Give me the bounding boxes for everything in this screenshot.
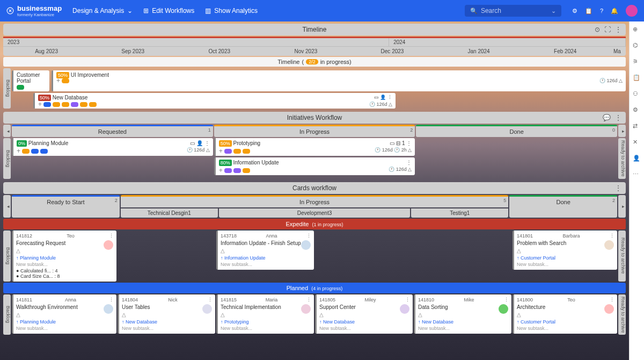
search-dropdown-icon[interactable]: ⌄ (551, 8, 556, 15)
subcolumn-testing[interactable]: Testing1 (411, 208, 508, 218)
card-data-sorting[interactable]: 141810Mike⋮ Data Sorting △ ↑ New Databas… (414, 294, 511, 334)
collapse-handle[interactable]: ▸ (618, 125, 626, 137)
comment-icon[interactable]: 💬 (603, 114, 611, 121)
brand-subtitle: formerly Kanbanize (17, 12, 62, 17)
column-in-progress[interactable]: In Progress5 (121, 195, 509, 207)
backlog-handle[interactable]: Backlog (3, 294, 11, 335)
subcolumn-technical-design[interactable]: Technical Desgin1 (121, 208, 218, 218)
table-icon: ⊞ (143, 7, 149, 15)
tools-icon[interactable]: ✕ (633, 139, 641, 147)
org-icon[interactable]: ⚇ (633, 90, 641, 99)
more-icon[interactable]: ⋮ (109, 233, 114, 239)
logo-icon (6, 7, 14, 15)
month-label: Feb 2024 (522, 47, 609, 56)
user-icon[interactable]: 👤 (633, 155, 641, 163)
gear-icon[interactable]: ⚙ (572, 8, 577, 15)
timeline-card-ui-improvement[interactable]: 50% UI Improvement + 🕐 126d △ (52, 70, 626, 91)
search-icon: 🔍 (470, 8, 478, 15)
column-ready[interactable]: Ready to Start2 (12, 195, 120, 218)
card-user-tables[interactable]: 141804Nick⋮ User Tables △ ↑ New Database… (118, 294, 215, 334)
column-requested[interactable]: Requested1 (12, 125, 213, 137)
add-icon[interactable]: + (38, 102, 42, 107)
clipboard-icon[interactable]: 📋 (633, 74, 641, 83)
initiatives-header: Initiatives Workflow 💬⋮ (3, 112, 626, 124)
clipboard-icon[interactable]: 📋 (585, 8, 592, 15)
initiative-card-info-update[interactable]: 80% Information Update⋮ + 🕐 126d △ (214, 157, 415, 175)
chart-icon: ▥ (205, 7, 211, 15)
avatar-icon (604, 240, 614, 250)
add-icon[interactable]: ⊕ (633, 26, 641, 34)
archive-handle[interactable]: Ready to archive (618, 138, 626, 179)
month-label: Dec 2023 (349, 47, 435, 56)
search-input[interactable] (481, 7, 548, 15)
timeline-ruler: 2023 2024 Aug 2023 Sep 2023 Oct 2023 Nov… (3, 37, 626, 56)
month-label: Jan 2024 (436, 47, 522, 56)
search-box[interactable]: 🔍 ⌄ (465, 5, 561, 17)
logo[interactable]: businessmap formerly Kanbanize (6, 4, 62, 17)
initiative-card-planning[interactable]: 0% Planning Module ▭ 👤 ⋮ + 🕐 126d △ (12, 138, 213, 156)
record-icon[interactable]: ⊙ (595, 26, 600, 33)
collapse-handle[interactable]: ▸ (618, 195, 626, 218)
swimlane-planned[interactable]: Planned (4 in progress) (3, 283, 626, 293)
timeline-card-new-database[interactable]: 50% New Database ▭ 👤 ⋮ + 🕐 126d △ (33, 93, 396, 109)
more-icon[interactable]: ⋮ (615, 184, 621, 192)
swap-icon[interactable]: ⇄ (633, 123, 641, 131)
year-label: 2023 (3, 38, 389, 46)
dots-icon[interactable]: ⋯ (633, 171, 641, 179)
month-label: Nov 2023 (262, 47, 349, 56)
timeline-header: Timeline ⊙ ⛶ ⋮ (3, 24, 626, 35)
menu-design-analysis[interactable]: Design & Analysis ⌄ (72, 7, 133, 15)
backlog-handle[interactable]: Backlog (3, 231, 11, 282)
card-forecasting[interactable]: 141812Teo⋮ Forecasting Request △ ↑ Plann… (12, 231, 116, 282)
avatar-icon (104, 240, 113, 250)
timeline-subheader: Timeline (2/2 in progress) (3, 57, 626, 67)
subcolumn-development[interactable]: Development3 (219, 208, 410, 218)
initiative-card-prototyping[interactable]: 50% Prototyping▭ ⊟ 1 ⋮ + 🕐 126d 🕐 2h △ (214, 138, 415, 156)
bell-icon[interactable]: 🔔 (611, 8, 618, 15)
month-label: Oct 2023 (176, 47, 262, 56)
tree-icon[interactable]: ⚞ (633, 58, 641, 67)
backlog-handle[interactable]: Backlog (3, 68, 11, 109)
show-analytics-button[interactable]: ▥ Show Analytics (205, 7, 258, 15)
card-info-update-setup[interactable]: 143718Anna⋮ Information Update - Finish … (216, 231, 314, 270)
month-label: Aug 2023 (3, 47, 90, 56)
collapse-handle[interactable]: ◂ (3, 195, 11, 218)
hierarchy-icon[interactable]: ⌬ (633, 42, 641, 51)
card-architecture[interactable]: 141800Teo⋮ Architecture △ ↑ Customer Por… (513, 294, 617, 334)
add-icon[interactable]: + (56, 78, 60, 83)
month-label: Ma (609, 47, 626, 56)
cards-workflow-header: Cards workflow ⋮ (3, 182, 626, 194)
edit-workflows-button[interactable]: ⊞ Edit Workflows (143, 7, 194, 15)
year-label: 2024 (389, 38, 626, 46)
column-in-progress[interactable]: In Progress2 (214, 125, 415, 137)
column-done[interactable]: Done0 (416, 125, 617, 137)
month-label: Sep 2023 (90, 47, 176, 56)
expand-icon[interactable]: ⛶ (604, 26, 611, 33)
avatar[interactable] (626, 5, 638, 17)
card-walkthrough[interactable]: 141811Anna⋮ Walkthrough Environment △ ↑ … (12, 294, 116, 334)
swimlane-expedite[interactable]: Expedite (1 in progress) (3, 219, 626, 229)
help-icon[interactable]: ? (600, 8, 603, 14)
card-problem-search[interactable]: 141801Barbara⋮ Problem with Search △ ↑ C… (513, 231, 617, 270)
chevron-down-icon: ⌄ (127, 7, 133, 15)
archive-handle[interactable]: Ready to archive (618, 231, 626, 282)
timeline-card-customer-portal[interactable]: Customer Portal (12, 70, 49, 91)
card-technical-impl[interactable]: 141815Maria⋮ Technical Implementation △ … (216, 294, 314, 334)
gear-icon[interactable]: ⚙ (633, 106, 641, 115)
progress-badge: 2/2 (306, 59, 318, 64)
brand-name: businessmap (17, 4, 62, 12)
collapse-handle[interactable]: ◂ (3, 125, 11, 137)
more-icon[interactable]: ⋮ (615, 114, 621, 121)
right-sidebar: ⊕ ⌬ ⚞ 📋 ⚇ ⚙ ⇄ ✕ 👤 ⋯ (629, 21, 644, 360)
archive-handle[interactable]: Ready to archive (618, 294, 626, 335)
topbar: businessmap formerly Kanbanize Design & … (0, 0, 644, 21)
avatar-icon (301, 240, 311, 250)
card-support-center[interactable]: 141805Miley⋮ Support Center △ ↑ New Data… (315, 294, 413, 334)
backlog-handle[interactable]: Backlog (3, 138, 11, 179)
more-icon[interactable]: ⋮ (615, 26, 621, 33)
column-done[interactable]: Done2 (509, 195, 617, 218)
